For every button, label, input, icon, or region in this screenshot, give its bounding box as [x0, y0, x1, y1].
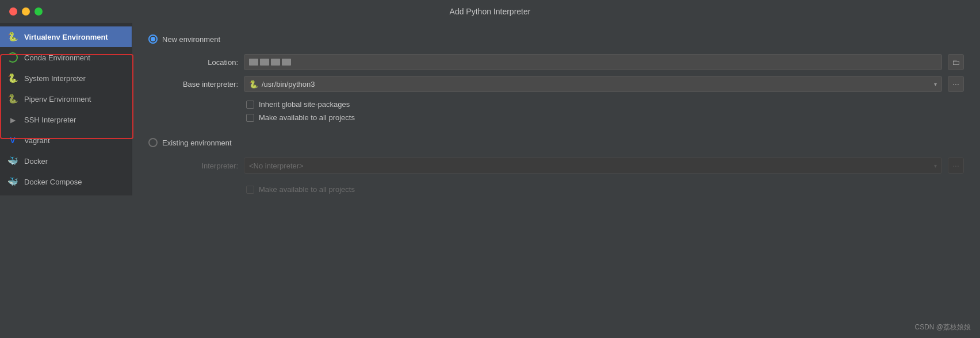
- sidebar-item-ssh[interactable]: SSH Interpreter: [0, 109, 132, 130]
- watermark: CSDN @荔枝娘娘: [914, 322, 971, 332]
- inherit-checkbox-row: Inherit global site-packages: [246, 100, 964, 109]
- sidebar-item-label: Conda Environment: [24, 53, 90, 62]
- conda-icon: [7, 52, 18, 63]
- location-row: Location: 🗀: [163, 54, 964, 70]
- virtualenv-icon: [7, 31, 18, 43]
- interpreter-value: <No interpreter>: [249, 162, 304, 170]
- sidebar: Virtualenv Environment Conda Environment…: [0, 23, 132, 195]
- docker-compose-icon: [7, 176, 18, 187]
- sidebar-wrapper: Virtualenv Environment Conda Environment…: [0, 23, 132, 338]
- location-browse-button[interactable]: 🗀: [948, 54, 964, 70]
- dialog-title: Add Python Interpreter: [450, 7, 531, 16]
- interpreter-dropdown: <No interpreter> ▾: [244, 158, 942, 174]
- base-interpreter-label: Base interpreter:: [163, 80, 238, 89]
- interpreter-row: Interpreter: <No interpreter> ▾ ···: [163, 158, 964, 174]
- existing-environment-radio[interactable]: [148, 138, 158, 147]
- base-interpreter-browse-button[interactable]: ···: [948, 76, 964, 92]
- sidebar-item-label: Pipenv Environment: [24, 95, 91, 103]
- location-blocks: [249, 59, 291, 66]
- sidebar-item-conda[interactable]: Conda Environment: [0, 47, 132, 68]
- sidebar-item-system[interactable]: System Interpreter: [0, 68, 132, 89]
- new-environment-label: New environment: [162, 35, 220, 44]
- make-available-existing-checkbox-row: Make available to all projects: [246, 185, 964, 194]
- sidebar-item-label: Vagrant: [24, 136, 50, 145]
- close-button[interactable]: [9, 7, 17, 16]
- title-bar: Add Python Interpreter: [0, 0, 980, 23]
- location-label: Location:: [163, 58, 238, 67]
- new-environment-radio-row[interactable]: New environment: [148, 34, 964, 44]
- make-available-new-checkbox-row: Make available to all projects: [246, 113, 964, 122]
- window-controls: [9, 7, 43, 16]
- interpreter-browse-button: ···: [948, 158, 964, 174]
- location-field[interactable]: [244, 54, 942, 70]
- sidebar-item-pipenv[interactable]: Pipenv Environment: [0, 89, 132, 109]
- make-available-new-checkbox[interactable]: [246, 114, 254, 122]
- sidebar-item-label: Virtualenv Environment: [24, 33, 108, 41]
- vagrant-icon: [7, 135, 18, 146]
- dialog-body: Virtualenv Environment Conda Environment…: [0, 23, 980, 338]
- pipenv-icon: [7, 93, 18, 105]
- existing-environment-radio-row[interactable]: Existing environment: [148, 138, 964, 147]
- base-interpreter-dropdown[interactable]: 🐍 /usr/bin/python3 ▾: [244, 76, 942, 92]
- base-interpreter-value: /usr/bin/python3: [262, 80, 315, 89]
- sidebar-item-vagrant[interactable]: Vagrant: [0, 130, 132, 151]
- sidebar-item-docker[interactable]: Docker: [0, 151, 132, 171]
- sidebar-item-label: SSH Interpreter: [24, 116, 76, 124]
- base-interpreter-row: Base interpreter: 🐍 /usr/bin/python3 ▾ ·…: [163, 76, 964, 92]
- content-area: New environment Location: 🗀 Base interpr…: [132, 23, 980, 338]
- make-available-existing-checkbox: [246, 186, 254, 194]
- sidebar-item-docker-compose[interactable]: Docker Compose: [0, 171, 132, 192]
- maximize-button[interactable]: [35, 7, 43, 16]
- chevron-down-icon: ▾: [934, 81, 937, 87]
- make-available-new-label: Make available to all projects: [259, 113, 355, 122]
- ssh-icon: [7, 114, 18, 125]
- sidebar-item-label: Docker Compose: [24, 178, 82, 186]
- chevron-down-icon: ▾: [934, 163, 937, 169]
- sidebar-item-virtualenv[interactable]: Virtualenv Environment: [0, 26, 132, 47]
- new-environment-radio[interactable]: [148, 34, 158, 44]
- existing-environment-label: Existing environment: [162, 139, 232, 147]
- minimize-button[interactable]: [22, 7, 30, 16]
- interpreter-label: Interpreter:: [163, 162, 238, 170]
- make-available-existing-label: Make available to all projects: [259, 185, 355, 194]
- sidebar-item-label: System Interpreter: [24, 74, 86, 83]
- inherit-label: Inherit global site-packages: [259, 100, 350, 109]
- docker-icon: [7, 155, 18, 167]
- system-icon: [7, 72, 18, 84]
- inherit-checkbox[interactable]: [246, 101, 254, 109]
- sidebar-item-label: Docker: [24, 157, 48, 166]
